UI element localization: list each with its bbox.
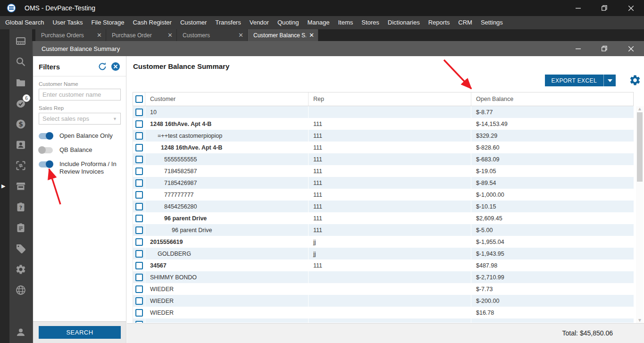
- minimize-button[interactable]: [565, 0, 591, 16]
- table-row[interactable]: 7185426987111$-89.54: [133, 177, 634, 189]
- menu-item-settings[interactable]: Settings: [477, 16, 507, 29]
- column-header-rep[interactable]: Rep: [309, 92, 471, 106]
- search-icon[interactable]: [15, 56, 26, 67]
- table-row[interactable]: 96 parent Drive111$-5.00: [133, 224, 634, 236]
- row-checkbox[interactable]: [135, 132, 143, 140]
- refresh-filters-icon[interactable]: [98, 62, 107, 71]
- menu-item-vendor[interactable]: Vendor: [245, 16, 273, 29]
- row-checkbox[interactable]: [135, 285, 143, 293]
- inner-minimize-button[interactable]: [565, 41, 591, 56]
- menu-item-manage[interactable]: Manage: [303, 16, 334, 29]
- row-checkbox[interactable]: [135, 297, 143, 305]
- dashboard-icon[interactable]: [15, 35, 26, 47]
- toggle-qb-balance[interactable]: [39, 147, 53, 153]
- menu-item-transfers[interactable]: Transfers: [211, 16, 245, 29]
- row-checkbox[interactable]: [135, 262, 143, 269]
- menu-item-items[interactable]: Items: [334, 16, 357, 29]
- inner-close-button[interactable]: [618, 41, 644, 56]
- toggle-include-proforma-in-review-invoices[interactable]: [39, 161, 53, 167]
- restore-button[interactable]: [591, 0, 618, 16]
- row-checkbox[interactable]: [135, 321, 143, 323]
- menu-item-stores[interactable]: Stores: [357, 16, 384, 29]
- tab-purchase-orders[interactable]: Purchase Orders✕: [35, 29, 106, 41]
- table-row[interactable]: SHIMMY BONDO$-2,710.99: [133, 271, 634, 283]
- row-checkbox[interactable]: [135, 250, 143, 258]
- table-row[interactable]: 1248 16thAve. Apt 4-B111$-828.60: [133, 142, 634, 153]
- sales-rep-select[interactable]: Select sales reps ▼: [39, 113, 121, 125]
- table-row[interactable]: 1248 16thAve. Apt 4-B111$-14,153.49: [133, 118, 634, 130]
- table-row[interactable]: 5555555555111$-683.09: [133, 153, 634, 165]
- column-header-customer[interactable]: Customer: [145, 92, 309, 106]
- search-button[interactable]: SEARCH: [39, 326, 121, 339]
- column-header-open-balance[interactable]: Open Balance: [471, 92, 634, 106]
- customer-name-input[interactable]: [39, 89, 121, 100]
- tag-icon[interactable]: [15, 243, 26, 254]
- row-checkbox[interactable]: [135, 156, 143, 163]
- settings-icon[interactable]: [15, 264, 26, 275]
- clipboard-icon[interactable]: [15, 222, 26, 234]
- table-row-partial[interactable]: [133, 318, 634, 323]
- row-checkbox[interactable]: [135, 191, 143, 199]
- store-icon[interactable]: [15, 181, 26, 192]
- table-row[interactable]: WIEDER$16.78: [133, 307, 634, 318]
- table-row[interactable]: =++test castomerpiopiop111$329.29: [133, 130, 634, 142]
- grid-settings-gear-icon[interactable]: [629, 74, 641, 86]
- row-checkbox[interactable]: [135, 238, 143, 246]
- row-checkbox[interactable]: [135, 226, 143, 234]
- row-checkbox[interactable]: [135, 309, 143, 317]
- tab-close-icon[interactable]: ✕: [238, 32, 243, 39]
- menu-item-global-search[interactable]: Global Search: [1, 16, 48, 29]
- inner-restore-button[interactable]: [591, 41, 618, 56]
- table-row[interactable]: WIEDER$-7.73: [133, 283, 634, 295]
- tasks-icon[interactable]: 6: [15, 98, 26, 109]
- sidebar-item-user[interactable]: [9, 326, 32, 343]
- folder-icon[interactable]: [15, 77, 26, 88]
- row-checkbox[interactable]: [135, 144, 143, 151]
- menu-item-cash-register[interactable]: Cash Register: [129, 16, 176, 29]
- tab-purchase-order[interactable]: Purchase Order✕: [106, 29, 177, 41]
- export-excel-button[interactable]: EXPORT EXCEL: [545, 75, 603, 86]
- table-row[interactable]: GOLDBERGjj$-1,943.95: [133, 248, 634, 259]
- table-row[interactable]: 10$-8.77: [133, 106, 634, 118]
- globe-icon[interactable]: [15, 284, 26, 296]
- tab-close-icon[interactable]: ✕: [167, 32, 173, 39]
- menu-item-crm[interactable]: CRM: [454, 16, 477, 29]
- table-row[interactable]: 2015556619jj$-1,955.04: [133, 236, 634, 248]
- menu-item-file-storage[interactable]: File Storage: [87, 16, 128, 29]
- menu-item-user-tasks[interactable]: User Tasks: [48, 16, 87, 29]
- menu-item-customer[interactable]: Customer: [176, 16, 211, 29]
- row-checkbox[interactable]: [135, 120, 143, 128]
- row-checkbox[interactable]: [135, 274, 143, 281]
- scan-icon[interactable]: [15, 160, 26, 171]
- toggle-open-balance-only[interactable]: [39, 133, 53, 139]
- tab-customers[interactable]: Customers✕: [177, 29, 248, 41]
- scroll-up-icon[interactable]: ▲: [637, 107, 642, 111]
- table-row[interactable]: 777777777111$-1,000.00: [133, 189, 634, 201]
- row-checkbox[interactable]: [135, 109, 143, 116]
- table-row[interactable]: WIEDER$-200.00: [133, 295, 634, 307]
- expand-arrow-icon[interactable]: ▶: [1, 183, 5, 189]
- export-dropdown-button[interactable]: [603, 75, 616, 86]
- scrollbar-thumb[interactable]: [637, 112, 643, 182]
- table-row[interactable]: 7184582587111$-19.05: [133, 165, 634, 177]
- table-row[interactable]: 96 parent Drive111$2,609.45: [133, 212, 634, 224]
- contacts-icon[interactable]: [15, 139, 26, 151]
- tab-customer-balance-s[interactable]: Customer Balance S...✕: [248, 29, 318, 41]
- tab-close-icon[interactable]: ✕: [309, 32, 314, 39]
- menu-item-reports[interactable]: Reports: [424, 16, 454, 29]
- row-checkbox[interactable]: [135, 203, 143, 210]
- vertical-scrollbar[interactable]: ▲ ▼: [636, 106, 644, 323]
- table-row[interactable]: 34567111$487.98: [133, 259, 634, 271]
- menu-item-quoting[interactable]: Quoting: [273, 16, 303, 29]
- menu-item-dictionaries[interactable]: Dictionaries: [384, 16, 424, 29]
- row-checkbox[interactable]: [135, 167, 143, 175]
- help-clipboard-icon[interactable]: ?: [15, 201, 26, 213]
- select-all-checkbox[interactable]: [135, 95, 143, 103]
- tab-close-icon[interactable]: ✕: [97, 32, 102, 39]
- clear-filters-icon[interactable]: [111, 62, 120, 71]
- row-checkbox[interactable]: [135, 215, 143, 222]
- row-checkbox[interactable]: [135, 179, 143, 187]
- table-row[interactable]: 8454256280111$-10.15: [133, 201, 634, 212]
- finance-icon[interactable]: $: [15, 118, 26, 130]
- scroll-down-icon[interactable]: ▼: [637, 318, 642, 323]
